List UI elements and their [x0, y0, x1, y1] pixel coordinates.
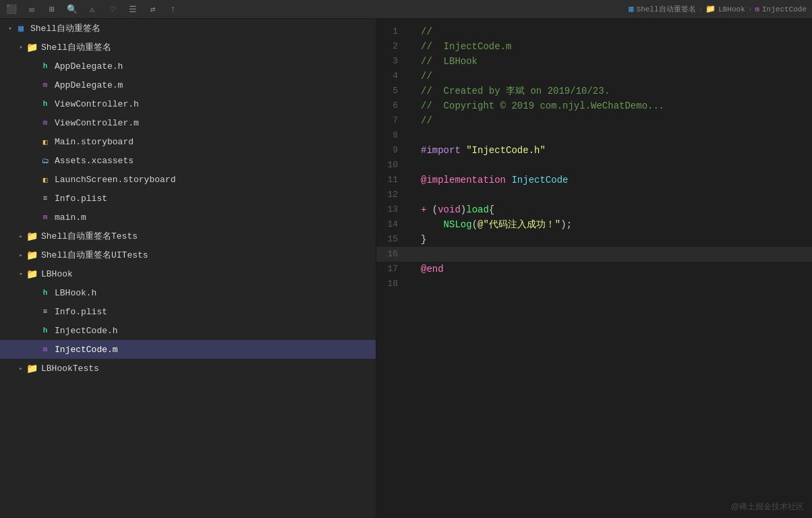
line-content-17: @end: [413, 262, 444, 277]
code-line-15: 15}: [376, 232, 812, 247]
item-label-main-storyboard: Main.storyboard: [55, 137, 134, 147]
expand-arrow-injectcode-m[interactable]: [30, 345, 39, 354]
code-line-1: 1//: [376, 24, 812, 39]
line-number-8: 8: [376, 128, 409, 143]
toolbar-icon-3[interactable]: ⊞: [46, 3, 58, 16]
file-icon-folder: 📁: [26, 249, 38, 261]
line-number-1: 1: [376, 24, 409, 39]
expand-arrow-viewcontroller-h[interactable]: [30, 99, 39, 109]
expand-arrow-group-shell[interactable]: ▾: [16, 42, 26, 52]
item-label-launchscreen-storyboard: LaunchScreen.storyboard: [55, 175, 175, 185]
line-content-15: }: [413, 232, 426, 247]
tree-item-group-uitests[interactable]: ▸📁Shell自动重签名UITests: [0, 246, 376, 264]
expand-arrow-group-tests[interactable]: ▸: [16, 231, 26, 241]
expand-arrow-info-plist-1[interactable]: [30, 194, 39, 203]
expand-arrow-root-project[interactable]: ▾: [5, 24, 15, 33]
tree-item-group-lbhook[interactable]: ▾📁LBHook: [0, 264, 376, 283]
toolbar-icon-6[interactable]: ♡: [107, 3, 119, 16]
item-label-injectcode-m: InjectCode.m: [55, 345, 118, 355]
tree-item-main-storyboard[interactable]: ◧Main.storyboard: [0, 132, 376, 151]
expand-arrow-viewcontroller-m[interactable]: [30, 118, 39, 127]
item-label-assets-xcassets: Assets.xcassets: [55, 156, 134, 166]
toolbar-icon-5[interactable]: ⚠: [86, 3, 98, 16]
expand-arrow-group-lbhook[interactable]: ▾: [16, 269, 26, 279]
item-label-root-project: Shell自动重签名: [30, 22, 100, 34]
toolbar-icon-9[interactable]: ↑: [167, 3, 179, 16]
tree-item-lbhook-h[interactable]: hLBHook.h: [0, 283, 376, 302]
item-label-viewcontroller-h: ViewController.h: [55, 99, 139, 109]
line-content-6: // Copyright © 2019 com.njyl.WeChatDemo.…: [413, 98, 664, 113]
item-label-appdelegate-m: AppDelegate.m: [55, 80, 123, 90]
file-icon-plist: ≡: [39, 306, 51, 318]
code-line-12: 12: [376, 188, 812, 202]
tree-item-info-plist-1[interactable]: ≡Info.plist: [0, 189, 376, 208]
line-content-14: NSLog(@"代码注入成功！");: [413, 217, 572, 232]
code-line-3: 3// LBHook: [376, 54, 812, 69]
tree-item-launchscreen-storyboard[interactable]: ◧LaunchScreen.storyboard: [0, 170, 376, 189]
tree-item-root-project[interactable]: ▾▦Shell自动重签名: [0, 19, 376, 38]
expand-arrow-main-storyboard[interactable]: [30, 137, 39, 146]
main-content: ▾▦Shell自动重签名▾📁Shell自动重签名hAppDelegate.hmA…: [0, 19, 812, 518]
file-icon-m: m: [39, 117, 51, 129]
expand-arrow-main-m[interactable]: [30, 212, 39, 222]
breadcrumb: ▦ Shell自动重签名 › 📁 LBHook › m InjectCode: [629, 4, 807, 14]
line-number-7: 7: [376, 113, 409, 128]
breadcrumb-item-folder[interactable]: 📁 LBHook: [705, 4, 745, 14]
line-content-3: // LBHook: [413, 54, 477, 69]
toolbar-icon-8[interactable]: ⇄: [147, 3, 159, 16]
toolbar-icon-4[interactable]: 🔍: [66, 3, 78, 16]
file-icon-project: ▦: [15, 22, 27, 34]
tree-item-group-shell[interactable]: ▾📁Shell自动重签名: [0, 38, 376, 57]
file-icon-m: m: [39, 343, 51, 355]
expand-arrow-lbhook-h[interactable]: [30, 288, 39, 297]
code-line-8: 8: [376, 128, 812, 143]
file-icon-folder: 📁: [26, 268, 38, 280]
line-content-7: //: [413, 113, 432, 128]
expand-arrow-assets-xcassets[interactable]: [30, 156, 39, 165]
line-number-13: 13: [376, 202, 409, 217]
file-icon-h: h: [39, 60, 51, 72]
toolbar-icon-7[interactable]: ☰: [127, 3, 139, 16]
item-label-group-lbhook: LBHook: [41, 269, 73, 279]
expand-arrow-appdelegate-m[interactable]: [30, 80, 39, 90]
line-number-15: 15: [376, 232, 409, 247]
file-icon-plist: ≡: [39, 192, 51, 204]
code-line-9: 9#import "InjectCode.h": [376, 143, 812, 158]
breadcrumb-sep-2: ›: [748, 5, 753, 13]
item-label-lbhook-h: LBHook.h: [55, 288, 96, 298]
expand-arrow-group-lbhooktests[interactable]: ▸: [16, 364, 26, 373]
line-content-4: //: [413, 69, 432, 84]
tree-item-injectcode-m[interactable]: mInjectCode.m: [0, 340, 376, 359]
tree-item-injectcode-h[interactable]: hInjectCode.h: [0, 321, 376, 340]
file-icon-h: h: [39, 98, 51, 110]
breadcrumb-item-file[interactable]: m InjectCode: [755, 5, 807, 13]
line-number-4: 4: [376, 69, 409, 84]
line-number-5: 5: [376, 84, 409, 98]
tree-item-appdelegate-h[interactable]: hAppDelegate.h: [0, 57, 376, 76]
tree-item-main-m[interactable]: mmain.m: [0, 208, 376, 227]
tree-item-info-plist-2[interactable]: ≡Info.plist: [0, 302, 376, 321]
code-editor: 1//2// InjectCode.m3// LBHook4//5// Crea…: [376, 19, 812, 518]
expand-arrow-launchscreen-storyboard[interactable]: [30, 175, 39, 184]
toolbar-icon-1[interactable]: ⬛: [5, 3, 18, 16]
file-tree: ▾▦Shell自动重签名▾📁Shell自动重签名hAppDelegate.hmA…: [0, 19, 376, 518]
tree-item-group-tests[interactable]: ▸📁Shell自动重签名Tests: [0, 227, 376, 246]
expand-arrow-info-plist-2[interactable]: [30, 307, 39, 316]
tree-item-appdelegate-m[interactable]: mAppDelegate.m: [0, 76, 376, 94]
toolbar-icon-2[interactable]: ✉: [26, 3, 38, 16]
line-number-10: 10: [376, 158, 409, 173]
code-line-13: 13+ (void)load{: [376, 202, 812, 217]
tree-item-viewcontroller-m[interactable]: mViewController.m: [0, 113, 376, 132]
line-number-18: 18: [376, 277, 409, 291]
file-icon-storyboard: ◧: [39, 136, 51, 148]
item-label-group-shell: Shell自动重签名: [41, 41, 111, 53]
tree-item-viewcontroller-h[interactable]: hViewController.h: [0, 94, 376, 113]
expand-arrow-group-uitests[interactable]: ▸: [16, 250, 26, 260]
item-label-info-plist-2: Info.plist: [55, 307, 107, 317]
breadcrumb-item-project[interactable]: ▦ Shell自动重签名: [629, 4, 695, 14]
expand-arrow-injectcode-h[interactable]: [30, 326, 39, 335]
tree-item-assets-xcassets[interactable]: 🗂Assets.xcassets: [0, 151, 376, 170]
line-number-16: 16: [376, 247, 409, 262]
expand-arrow-appdelegate-h[interactable]: [30, 61, 39, 71]
tree-item-group-lbhooktests[interactable]: ▸📁LBHookTests: [0, 359, 376, 378]
